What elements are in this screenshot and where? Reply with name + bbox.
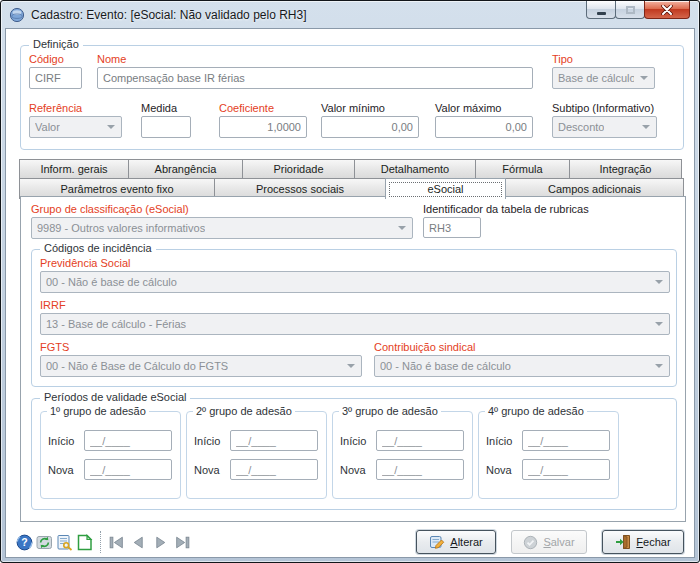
close-icon — [661, 5, 673, 15]
exit-door-icon — [615, 534, 631, 550]
coeficiente-field[interactable] — [219, 116, 307, 138]
coeficiente-label: Coeficiente — [219, 102, 274, 114]
inicio-date-field[interactable] — [522, 430, 610, 451]
identificador-field[interactable] — [423, 217, 481, 238]
inicio-date-field[interactable] — [230, 430, 318, 451]
inicio-label: Início — [48, 435, 78, 447]
tab-strip: Inform. gerais Abrangência Prioridade De… — [20, 159, 686, 199]
valor-minimo-field[interactable] — [321, 116, 419, 138]
fgts-label: FGTS — [40, 341, 69, 353]
nav-last-icon[interactable] — [174, 535, 191, 550]
chevron-down-icon — [398, 226, 406, 230]
codigo-field[interactable] — [29, 67, 82, 89]
codigos-incidencia-legend: Códigos de incidência — [40, 242, 156, 254]
irrf-combobox[interactable]: 13 - Base de cálculo - Férias — [40, 313, 670, 335]
inicio-label: Início — [486, 435, 516, 447]
grupo-classificacao-combobox[interactable]: 9989 - Outros valores informativos — [31, 217, 413, 239]
contribuicao-sindical-label: Contribuição sindical — [374, 341, 476, 353]
referencia-label: Referência — [29, 102, 82, 114]
alterar-button[interactable]: Alterar — [416, 530, 496, 554]
codigos-incidencia-groupbox: Códigos de incidência Previdência Social… — [31, 249, 677, 387]
nome-label: Nome — [97, 53, 126, 65]
bottom-toolbar: ? — [16, 528, 684, 556]
adesao-group-2: 2º grupo de adesão Início Nova — [186, 411, 327, 499]
refresh-icon[interactable] — [36, 534, 53, 551]
codigo-label: Código — [29, 53, 64, 65]
nova-date-field[interactable] — [522, 459, 610, 480]
subtipo-combobox[interactable]: Desconto — [552, 116, 657, 138]
window-title: Cadastro: Evento: [eSocial: Não validado… — [31, 8, 307, 22]
dialog-window: Cadastro: Evento: [eSocial: Não validado… — [0, 0, 700, 563]
tab-integracao[interactable]: Integração — [569, 159, 682, 179]
chevron-down-icon — [107, 125, 115, 129]
grupo-classificacao-label: Grupo de classificação (eSocial) — [31, 203, 189, 215]
toolbar-separator — [100, 531, 101, 553]
nav-previous-icon[interactable] — [130, 535, 147, 550]
nova-label: Nova — [194, 464, 224, 476]
valor-minimo-label: Valor mínimo — [321, 102, 385, 114]
minimize-icon — [597, 12, 606, 15]
nova-label: Nova — [486, 464, 516, 476]
edit-record-icon[interactable] — [56, 534, 73, 551]
chevron-down-icon — [642, 125, 650, 129]
nova-date-field[interactable] — [230, 459, 318, 480]
new-record-icon[interactable] — [76, 534, 93, 551]
esocial-tab-panel: Grupo de classificação (eSocial) 9989 - … — [20, 196, 686, 522]
nav-next-icon[interactable] — [152, 535, 169, 550]
tab-inform-gerais[interactable]: Inform. gerais — [19, 159, 129, 179]
referencia-combobox[interactable]: Valor — [29, 116, 122, 138]
tab-esocial[interactable]: eSocial — [385, 178, 506, 199]
maximize-icon — [626, 6, 635, 14]
chevron-down-icon — [655, 280, 663, 284]
app-icon — [9, 7, 25, 23]
definicao-legend: Definição — [29, 38, 83, 50]
valor-maximo-field[interactable] — [435, 116, 533, 138]
periodos-validade-legend: Períodos de validade eSocial — [40, 391, 190, 403]
definicao-groupbox: Definição Código Nome Tipo Base de cálcu… — [20, 45, 684, 150]
chevron-down-icon — [655, 364, 663, 368]
salvar-button[interactable]: Salvar — [511, 530, 587, 554]
close-button[interactable] — [644, 1, 690, 19]
svg-text:?: ? — [21, 536, 27, 548]
previdencia-combobox[interactable]: 00 - Não é base de cálculo — [40, 271, 670, 293]
tipo-combobox[interactable]: Base de cálculo — [552, 67, 655, 89]
chevron-down-icon — [655, 322, 663, 326]
adesao-group-4: 4º grupo de adesão Início Nova — [478, 411, 619, 499]
dialog-client-area: Definição Código Nome Tipo Base de cálcu… — [5, 28, 695, 558]
fgts-combobox[interactable]: 00 - Não é Base de Cálculo do FGTS — [40, 355, 362, 377]
help-icon[interactable]: ? — [16, 534, 33, 551]
minimize-button[interactable] — [586, 1, 616, 19]
previdencia-label: Previdência Social — [40, 257, 131, 269]
valor-maximo-label: Valor máximo — [435, 102, 501, 114]
nova-date-field[interactable] — [376, 459, 464, 480]
chevron-down-icon — [640, 76, 648, 80]
adesao-group-1: 1º grupo de adesão Início Nova — [40, 411, 181, 499]
nome-field[interactable] — [97, 67, 533, 89]
medida-label: Medida — [141, 102, 177, 114]
tipo-label: Tipo — [552, 53, 573, 65]
identificador-label: Identificador da tabela de rubricas — [423, 203, 589, 215]
tab-abrangencia[interactable]: Abrangência — [128, 159, 243, 179]
inicio-label: Início — [340, 435, 370, 447]
nova-label: Nova — [340, 464, 370, 476]
adesao-groups: 1º grupo de adesão Início Nova 2º grupo … — [40, 411, 619, 499]
subtipo-label: Subtipo (Informativo) — [552, 102, 654, 114]
fechar-button[interactable]: Fechar — [602, 530, 684, 554]
maximize-button[interactable] — [615, 1, 645, 19]
nova-label: Nova — [48, 464, 78, 476]
inicio-date-field[interactable] — [376, 430, 464, 451]
nav-first-icon[interactable] — [108, 535, 125, 550]
edit-icon — [429, 534, 445, 550]
tab-formula[interactable]: Fórmula — [475, 159, 570, 179]
adesao-group-3: 3º grupo de adesão Início Nova — [332, 411, 473, 499]
inicio-date-field[interactable] — [84, 430, 172, 451]
tab-detalhamento[interactable]: Detalhamento — [354, 159, 476, 179]
window-controls — [587, 1, 690, 19]
check-circle-icon — [523, 535, 538, 550]
chevron-down-icon — [347, 364, 355, 368]
irrf-label: IRRF — [40, 299, 66, 311]
medida-field[interactable] — [141, 116, 191, 138]
contribuicao-sindical-combobox[interactable]: 00 - Não é base de cálculo — [374, 355, 670, 377]
nova-date-field[interactable] — [84, 459, 172, 480]
tab-prioridade[interactable]: Prioridade — [242, 159, 355, 179]
